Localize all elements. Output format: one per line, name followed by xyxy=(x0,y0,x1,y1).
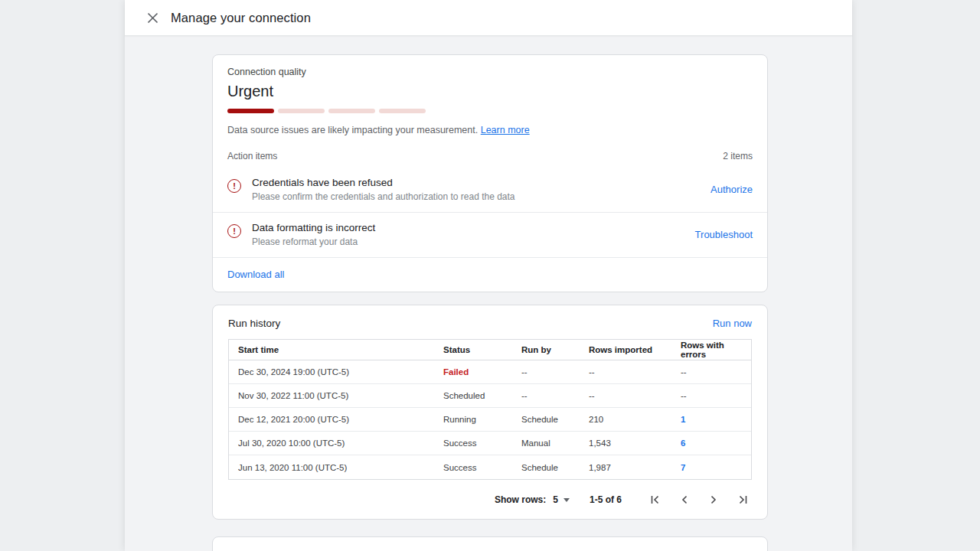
cell-start-time: Jun 13, 2020 11:00 (UTC-5) xyxy=(229,463,443,472)
first-page-icon[interactable] xyxy=(646,491,665,509)
quality-segment-filled xyxy=(227,109,274,113)
run-history-title: Run history xyxy=(228,318,280,329)
action-item-subtitle: Please confirm the credentials and autho… xyxy=(252,191,710,202)
download-all-link[interactable]: Download all xyxy=(227,269,284,280)
action-items-count: 2 items xyxy=(723,151,753,161)
cell-start-time: Nov 30, 2022 11:00 (UTC-5) xyxy=(229,391,443,400)
alert-icon: ! xyxy=(227,224,241,238)
cell-status: Failed xyxy=(443,367,521,377)
table-row: Jun 13, 2020 11:00 (UTC-5) Success Sched… xyxy=(229,455,751,479)
cell-rows-with-errors: -- xyxy=(681,367,751,377)
show-rows-label: Show rows: xyxy=(495,494,546,505)
column-header-rows-with-errors: Rows with errors xyxy=(681,341,751,359)
cell-run-by: -- xyxy=(521,391,589,400)
cell-status: Running xyxy=(443,415,521,424)
action-item-title: Credentials have been refused xyxy=(252,177,710,188)
quality-segment xyxy=(328,109,375,113)
action-items-header: Action items 2 items xyxy=(213,135,767,168)
page-size-value: 5 xyxy=(553,494,558,505)
cell-rows-with-errors[interactable]: 1 xyxy=(681,415,751,424)
cell-start-time: Dec 12, 2021 20:00 (UTC-5) xyxy=(229,415,443,424)
cell-run-by: Schedule xyxy=(521,463,589,472)
dialog-content: Connection quality Urgent Data source is… xyxy=(125,36,852,551)
table-row: Jul 30, 2020 10:00 (UTC-5) Success Manua… xyxy=(229,432,751,455)
cell-rows-imported: -- xyxy=(589,367,681,377)
alert-icon: ! xyxy=(227,179,241,193)
learn-more-link[interactable]: Learn more xyxy=(481,125,530,135)
page-title: Manage your connection xyxy=(171,11,311,25)
manage-connection-dialog: Manage your connection Connection qualit… xyxy=(125,0,852,551)
cell-rows-imported: -- xyxy=(589,391,681,400)
quality-segment xyxy=(278,109,325,113)
column-header-start-time: Start time xyxy=(229,345,443,354)
quality-meter xyxy=(227,109,753,113)
table-row: Nov 30, 2022 11:00 (UTC-5) Scheduled -- … xyxy=(229,384,751,408)
quality-level: Urgent xyxy=(227,83,753,100)
quality-description-text: Data source issues are likely impacting … xyxy=(227,125,478,135)
cell-rows-imported: 210 xyxy=(589,415,681,424)
close-icon[interactable] xyxy=(145,10,160,25)
action-item-formatting: ! Data formatting is incorrect Please re… xyxy=(213,213,767,258)
action-item-credentials: ! Credentials have been refused Please c… xyxy=(213,168,767,213)
authorize-button[interactable]: Authorize xyxy=(710,184,753,195)
cell-start-time: Jul 30, 2020 10:00 (UTC-5) xyxy=(229,439,443,448)
column-header-rows-imported: Rows imported xyxy=(589,345,681,354)
table-row: Dec 30, 2024 19:00 (UTC-5) Failed -- -- … xyxy=(229,360,751,384)
run-history-card: Run history Run now Start time Status Ru… xyxy=(212,305,768,520)
cell-rows-imported: 1,543 xyxy=(589,439,681,448)
table-header-row: Start time Status Run by Rows imported R… xyxy=(229,340,751,360)
table-row: Dec 12, 2021 20:00 (UTC-5) Running Sched… xyxy=(229,408,751,432)
column-header-status: Status xyxy=(443,345,521,354)
quality-segment xyxy=(379,109,426,113)
cell-run-by: Manual xyxy=(521,439,589,448)
action-item-subtitle: Please reformat your data xyxy=(252,236,695,247)
cell-rows-with-errors: -- xyxy=(681,391,751,400)
next-page-icon[interactable] xyxy=(704,491,723,509)
cell-start-time: Dec 30, 2024 19:00 (UTC-5) xyxy=(229,367,443,377)
cell-status: Scheduled xyxy=(443,391,521,400)
last-page-icon[interactable] xyxy=(733,491,752,509)
action-items-label: Action items xyxy=(227,151,277,161)
page-size-dropdown[interactable]: 5 xyxy=(553,494,570,505)
cell-rows-imported: 1,987 xyxy=(589,463,681,472)
page-range: 1-5 of 6 xyxy=(590,494,622,505)
run-history-table: Start time Status Run by Rows imported R… xyxy=(228,339,752,480)
run-now-button[interactable]: Run now xyxy=(713,318,752,329)
cell-status: Success xyxy=(443,439,521,448)
cell-rows-with-errors[interactable]: 7 xyxy=(681,463,751,472)
previous-page-icon[interactable] xyxy=(675,491,694,509)
connection-quality-label: Connection quality xyxy=(227,67,753,77)
cell-status: Success xyxy=(443,463,521,472)
chevron-down-icon xyxy=(564,498,570,502)
connection-details-card: Connection details xyxy=(212,536,768,551)
cell-run-by: -- xyxy=(521,367,589,377)
action-item-title: Data formatting is incorrect xyxy=(252,222,695,233)
troubleshoot-button[interactable]: Troubleshoot xyxy=(695,229,753,240)
cell-rows-with-errors[interactable]: 6 xyxy=(681,439,751,448)
dialog-header: Manage your connection xyxy=(125,0,852,36)
table-pagination: Show rows: 5 1-5 of 6 xyxy=(228,491,752,509)
connection-quality-card: Connection quality Urgent Data source is… xyxy=(212,54,768,292)
cell-run-by: Schedule xyxy=(521,415,589,424)
column-header-run-by: Run by xyxy=(521,345,589,354)
quality-description: Data source issues are likely impacting … xyxy=(227,125,753,135)
